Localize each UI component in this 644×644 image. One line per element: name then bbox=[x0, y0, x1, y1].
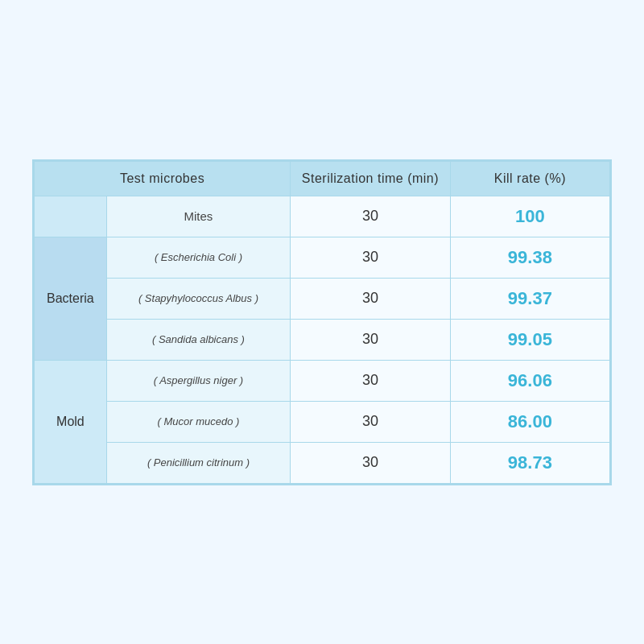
time-cell-6: 30 bbox=[291, 442, 451, 483]
rate-cell-5: 86.00 bbox=[450, 401, 609, 442]
rate-cell-3: 99.05 bbox=[450, 319, 609, 360]
sterilization-table: Test microbes Sterilization time (min) K… bbox=[32, 159, 612, 485]
rate-cell-2: 99.37 bbox=[450, 278, 609, 319]
group-cell-0 bbox=[35, 196, 107, 237]
microbe-cell-5: ( Mucor mucedo ) bbox=[106, 401, 290, 442]
time-cell-2: 30 bbox=[291, 278, 451, 319]
header-test-microbes: Test microbes bbox=[35, 161, 291, 196]
header-kill-rate: Kill rate (%) bbox=[450, 161, 609, 196]
header-sterilization-time: Sterilization time (min) bbox=[291, 161, 451, 196]
microbe-cell-3: ( Sandida albicans ) bbox=[106, 319, 290, 360]
rate-cell-0: 100 bbox=[450, 196, 609, 237]
group-cell-4: Mold bbox=[35, 360, 107, 483]
time-cell-5: 30 bbox=[291, 401, 451, 442]
rate-cell-4: 96.06 bbox=[450, 360, 609, 401]
time-cell-0: 30 bbox=[291, 196, 451, 237]
rate-cell-1: 99.38 bbox=[450, 237, 609, 278]
microbe-cell-0: Mites bbox=[106, 196, 290, 237]
microbe-cell-2: ( Stapyhylococcus Albus ) bbox=[106, 278, 290, 319]
microbe-cell-4: ( Aspergillus niger ) bbox=[106, 360, 290, 401]
time-cell-1: 30 bbox=[291, 237, 451, 278]
group-cell-1: Bacteria bbox=[35, 237, 107, 360]
time-cell-3: 30 bbox=[291, 319, 451, 360]
microbe-cell-6: ( Penicillium citrinum ) bbox=[106, 442, 290, 483]
microbe-cell-1: ( Escherichia Coli ) bbox=[106, 237, 290, 278]
rate-cell-6: 98.73 bbox=[450, 442, 609, 483]
time-cell-4: 30 bbox=[291, 360, 451, 401]
